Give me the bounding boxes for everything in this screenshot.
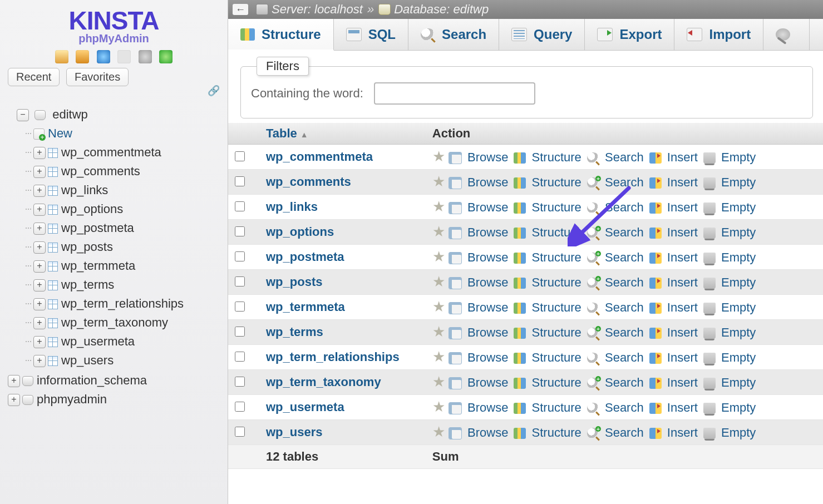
- back-button[interactable]: ←: [233, 4, 248, 15]
- search-link[interactable]: Search: [605, 426, 644, 439]
- structure-link[interactable]: Structure: [532, 250, 581, 264]
- favorite-star-icon[interactable]: ★: [432, 299, 445, 314]
- browse-link[interactable]: Browse: [467, 350, 508, 364]
- recent-button[interactable]: Recent: [8, 68, 60, 86]
- insert-link[interactable]: Insert: [667, 350, 698, 364]
- insert-link[interactable]: Insert: [667, 401, 698, 414]
- structure-link[interactable]: Structure: [532, 175, 581, 189]
- structure-link[interactable]: Structure: [532, 225, 581, 239]
- tab-query[interactable]: Query: [499, 19, 585, 50]
- browse-link[interactable]: Browse: [467, 401, 508, 414]
- row-checkbox[interactable]: [235, 352, 245, 362]
- tree-table[interactable]: +wp_commentmeta: [33, 143, 228, 162]
- browse-link[interactable]: Browse: [467, 275, 508, 289]
- structure-link[interactable]: Structure: [532, 325, 581, 339]
- expand-toggle-icon[interactable]: +: [33, 355, 46, 367]
- row-checkbox[interactable]: [235, 302, 245, 312]
- favorite-star-icon[interactable]: ★: [432, 249, 445, 264]
- structure-link[interactable]: Structure: [532, 375, 581, 389]
- tree-db-editwp[interactable]: − editwp New+wp_commentmeta+wp_comments+…: [17, 105, 228, 370]
- favorite-star-icon[interactable]: ★: [432, 324, 445, 339]
- row-checkbox[interactable]: [235, 176, 245, 186]
- expand-toggle-icon[interactable]: +: [33, 185, 46, 197]
- empty-link[interactable]: Empty: [721, 275, 756, 289]
- expand-toggle-icon[interactable]: +: [33, 317, 46, 329]
- expand-toggle-icon[interactable]: +: [33, 166, 46, 178]
- table-name-link[interactable]: wp_termmeta: [266, 300, 345, 314]
- browse-link[interactable]: Browse: [467, 175, 508, 189]
- empty-link[interactable]: Empty: [721, 150, 756, 164]
- empty-link[interactable]: Empty: [721, 225, 756, 239]
- insert-link[interactable]: Insert: [667, 426, 698, 439]
- help-icon[interactable]: [97, 50, 110, 63]
- logout-icon[interactable]: [76, 50, 89, 63]
- favorites-button[interactable]: Favorites: [66, 68, 129, 86]
- browse-link[interactable]: Browse: [467, 200, 508, 214]
- favorite-star-icon[interactable]: ★: [432, 349, 445, 364]
- structure-link[interactable]: Structure: [532, 401, 581, 414]
- table-name-link[interactable]: wp_postmeta: [266, 250, 344, 264]
- tree-new[interactable]: New: [33, 124, 228, 143]
- tab-operations[interactable]: [763, 19, 810, 50]
- tab-search[interactable]: Search: [408, 19, 499, 50]
- table-name-link[interactable]: wp_terms: [266, 325, 323, 339]
- search-link[interactable]: Search: [605, 325, 644, 339]
- tab-sql[interactable]: SQL: [334, 19, 408, 50]
- expand-toggle-icon[interactable]: +: [33, 279, 46, 291]
- insert-link[interactable]: Insert: [667, 375, 698, 389]
- search-link[interactable]: Search: [605, 300, 644, 314]
- structure-link[interactable]: Structure: [532, 426, 581, 439]
- tree-table[interactable]: +wp_term_taxonomy: [33, 313, 228, 332]
- search-link[interactable]: Search: [605, 401, 644, 414]
- search-link[interactable]: Search: [605, 350, 644, 364]
- table-name-link[interactable]: wp_posts: [266, 275, 322, 289]
- expand-toggle-icon[interactable]: +: [8, 394, 20, 406]
- bc-server-value[interactable]: localhost: [314, 2, 363, 17]
- search-link[interactable]: Search: [605, 375, 644, 389]
- table-name-link[interactable]: wp_term_relationships: [266, 350, 400, 364]
- col-table[interactable]: Table▲: [262, 123, 428, 145]
- table-name-link[interactable]: wp_commentmeta: [266, 150, 373, 164]
- tab-structure[interactable]: Structure: [228, 19, 334, 51]
- expand-toggle-icon[interactable]: +: [33, 260, 46, 273]
- favorite-star-icon[interactable]: ★: [432, 399, 445, 414]
- expand-toggle-icon[interactable]: +: [33, 298, 46, 310]
- search-link[interactable]: Search: [605, 150, 644, 164]
- search-link[interactable]: Search: [605, 225, 644, 239]
- tree-table[interactable]: +wp_postmeta: [33, 219, 228, 238]
- insert-link[interactable]: Insert: [667, 175, 698, 189]
- table-name-link[interactable]: wp_comments: [266, 175, 351, 189]
- insert-link[interactable]: Insert: [667, 200, 698, 214]
- empty-link[interactable]: Empty: [721, 200, 756, 214]
- home-icon[interactable]: [55, 50, 68, 63]
- empty-link[interactable]: Empty: [721, 375, 756, 389]
- structure-link[interactable]: Structure: [532, 300, 581, 314]
- tree-table[interactable]: +wp_posts: [33, 238, 228, 256]
- browse-link[interactable]: Browse: [467, 250, 508, 264]
- favorite-star-icon[interactable]: ★: [432, 424, 445, 439]
- empty-link[interactable]: Empty: [721, 325, 756, 339]
- empty-link[interactable]: Empty: [721, 175, 756, 189]
- sql-window-icon[interactable]: [117, 50, 131, 63]
- insert-link[interactable]: Insert: [667, 275, 698, 289]
- browse-link[interactable]: Browse: [467, 325, 508, 339]
- structure-link[interactable]: Structure: [532, 200, 581, 214]
- structure-link[interactable]: Structure: [532, 150, 581, 164]
- row-checkbox[interactable]: [235, 201, 245, 211]
- row-checkbox[interactable]: [235, 377, 245, 387]
- empty-link[interactable]: Empty: [721, 250, 756, 264]
- favorite-star-icon[interactable]: ★: [432, 274, 445, 289]
- browse-link[interactable]: Browse: [467, 426, 508, 439]
- row-checkbox[interactable]: [235, 276, 245, 286]
- tree-db[interactable]: +phpmyadmin: [8, 390, 228, 409]
- bc-db-value[interactable]: editwp: [454, 2, 489, 17]
- table-name-link[interactable]: wp_term_taxonomy: [266, 375, 381, 389]
- tree-table[interactable]: +wp_term_relationships: [33, 294, 228, 313]
- expand-toggle-icon[interactable]: +: [33, 241, 46, 254]
- insert-link[interactable]: Insert: [667, 150, 698, 164]
- expand-toggle-icon[interactable]: +: [8, 375, 20, 387]
- empty-link[interactable]: Empty: [721, 401, 756, 414]
- tree-table[interactable]: +wp_termmeta: [33, 256, 228, 275]
- expand-toggle-icon[interactable]: +: [33, 336, 46, 348]
- search-link[interactable]: Search: [605, 200, 644, 214]
